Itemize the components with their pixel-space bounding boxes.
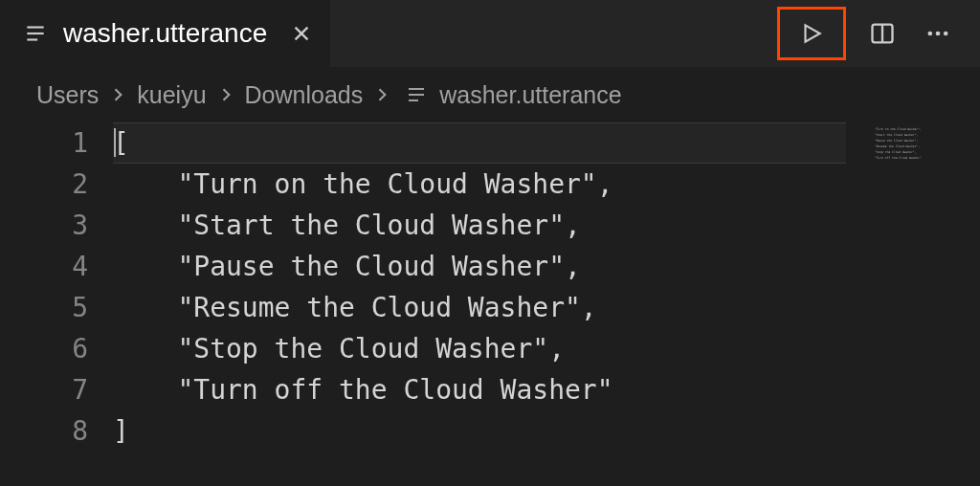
breadcrumb-segment[interactable]: kueiyu — [137, 81, 206, 109]
code-line[interactable]: "Stop the Cloud Washer", — [113, 328, 980, 369]
line-number: 1 — [0, 122, 88, 164]
editor-region[interactable]: 1 2 3 4 5 6 7 8 [ "Turn on the Cloud Was… — [0, 122, 980, 486]
close-icon[interactable] — [290, 22, 313, 45]
breadcrumb-segment[interactable]: Downloads — [245, 81, 364, 109]
line-number: 6 — [0, 328, 88, 369]
svg-point-10 — [944, 32, 948, 36]
code-area[interactable]: [ "Turn on the Cloud Washer", "Start the… — [113, 122, 980, 486]
chevron-right-icon — [372, 85, 391, 104]
file-lines-icon — [23, 21, 48, 46]
code-line[interactable]: "Turn off the Cloud Washer" — [113, 369, 980, 410]
line-number: 5 — [0, 287, 88, 328]
editor-actions — [777, 0, 980, 67]
line-number: 4 — [0, 246, 88, 287]
run-button[interactable] — [792, 14, 831, 53]
line-number-gutter: 1 2 3 4 5 6 7 8 — [0, 122, 113, 486]
text-cursor — [114, 128, 116, 157]
svg-point-8 — [928, 32, 933, 36]
line-number: 7 — [0, 369, 88, 410]
tab-bar: washer.utterance — [0, 0, 980, 67]
svg-point-9 — [936, 32, 941, 36]
line-number: 8 — [0, 410, 88, 452]
code-line[interactable]: "Start the Cloud Washer", — [113, 205, 980, 246]
file-lines-icon — [405, 83, 428, 106]
line-number: 2 — [0, 164, 88, 205]
breadcrumb[interactable]: Users kueiyu Downloads washer.utterance — [0, 67, 980, 122]
chevron-right-icon — [216, 85, 235, 104]
editor-tab[interactable]: washer.utterance — [0, 0, 330, 67]
line-number: 3 — [0, 205, 88, 246]
code-line[interactable]: "Pause the Cloud Washer", — [113, 246, 980, 287]
breadcrumb-segment[interactable]: Users — [36, 81, 99, 109]
split-editor-button[interactable] — [863, 14, 902, 53]
run-button-highlight — [777, 7, 846, 60]
svg-marker-5 — [806, 25, 820, 41]
more-actions-button[interactable] — [919, 14, 957, 53]
code-line[interactable]: ] — [113, 410, 980, 452]
chevron-right-icon — [108, 85, 127, 104]
breadcrumb-segment[interactable]: washer.utterance — [439, 81, 621, 109]
tab-filename: washer.utterance — [63, 18, 267, 49]
tab-area: washer.utterance — [0, 0, 330, 67]
code-line[interactable]: "Turn on the Cloud Washer", — [113, 164, 980, 205]
code-line[interactable]: [ — [113, 122, 980, 164]
code-line[interactable]: "Resume the Cloud Washer", — [113, 287, 980, 328]
